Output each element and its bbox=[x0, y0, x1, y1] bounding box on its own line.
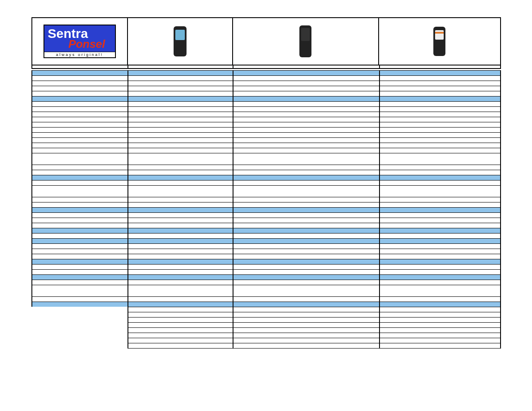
table-row bbox=[31, 185, 501, 197]
table-cell bbox=[31, 285, 128, 297]
candybar-phone-icon bbox=[433, 27, 445, 56]
spec-table-body bbox=[31, 70, 501, 349]
table-cell bbox=[379, 343, 501, 349]
product-cell-3 bbox=[378, 18, 500, 65]
product-cell-2 bbox=[232, 18, 378, 65]
table-cell bbox=[233, 343, 379, 349]
table-cell bbox=[128, 343, 233, 349]
table-row bbox=[31, 285, 501, 297]
table-cell bbox=[31, 343, 128, 349]
table-cell bbox=[128, 285, 233, 297]
logo-text-line2: Ponsel bbox=[68, 37, 105, 51]
logo-tagline: always original! bbox=[44, 52, 115, 57]
table-cell bbox=[128, 185, 233, 197]
header-row: Sentra Ponsel always original! bbox=[31, 17, 501, 65]
table-row bbox=[31, 343, 501, 349]
phone-image-2 bbox=[299, 18, 311, 65]
candybar-phone-icon bbox=[174, 26, 187, 56]
table-row bbox=[31, 153, 501, 165]
logo-cell: Sentra Ponsel always original! bbox=[32, 18, 128, 65]
table-cell bbox=[233, 285, 379, 297]
table-cell bbox=[31, 185, 128, 197]
table-cell bbox=[128, 153, 233, 165]
header-separator bbox=[31, 65, 501, 69]
table-cell bbox=[233, 153, 379, 165]
comparison-sheet: Sentra Ponsel always original! bbox=[31, 17, 501, 349]
table-cell bbox=[31, 153, 128, 165]
table-cell bbox=[379, 185, 501, 197]
product-cell-1 bbox=[127, 18, 232, 65]
table-cell bbox=[379, 285, 501, 297]
candybar-phone-icon bbox=[299, 25, 311, 57]
table-cell bbox=[233, 185, 379, 197]
phone-image-1 bbox=[174, 18, 187, 65]
phone-image-3 bbox=[433, 18, 445, 65]
table-cell bbox=[379, 153, 501, 165]
sentra-ponsel-logo: Sentra Ponsel always original! bbox=[44, 25, 116, 58]
